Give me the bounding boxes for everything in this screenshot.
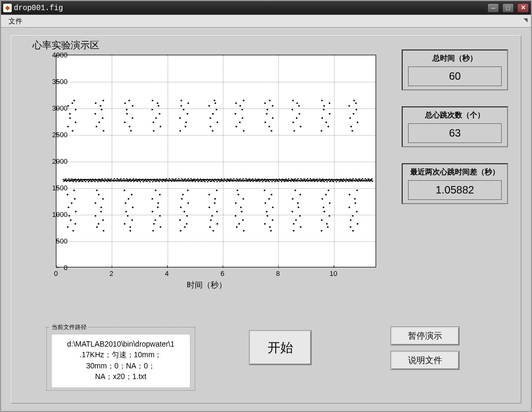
svg-point-282 [211, 180, 212, 182]
pause-button[interactable]: 暂停演示 [391, 327, 459, 345]
svg-point-640 [157, 202, 159, 204]
svg-point-549 [359, 179, 361, 180]
svg-point-702 [237, 194, 239, 195]
svg-point-671 [187, 102, 189, 104]
chart-ytick: 2500 [44, 131, 68, 139]
svg-point-792 [353, 99, 355, 101]
svg-point-554 [362, 178, 363, 180]
svg-point-736 [295, 219, 297, 221]
svg-point-473 [317, 181, 319, 182]
svg-point-787 [350, 117, 351, 119]
svg-point-706 [239, 121, 240, 123]
svg-point-674 [209, 226, 211, 228]
svg-point-171 [149, 181, 151, 182]
chart-title: 心率实验演示区 [30, 39, 102, 52]
svg-point-584 [72, 130, 73, 131]
svg-point-626 [124, 121, 126, 123]
svg-point-585 [67, 125, 69, 127]
svg-point-251 [194, 180, 195, 181]
svg-point-586 [74, 121, 76, 123]
svg-point-662 [182, 194, 184, 195]
svg-point-614 [129, 226, 131, 228]
svg-point-700 [235, 202, 237, 204]
minimize-button[interactable]: ─ [487, 3, 499, 13]
svg-point-472 [317, 179, 318, 180]
svg-point-644 [153, 130, 154, 131]
readout-total-time: 总时间（秒） 60 [402, 49, 508, 90]
svg-point-24 [68, 180, 69, 181]
svg-point-77 [97, 181, 98, 182]
svg-point-90 [104, 178, 106, 180]
help-button[interactable]: 说明文件 [391, 351, 459, 369]
svg-point-660 [187, 202, 189, 204]
svg-point-141 [132, 178, 134, 180]
svg-point-188 [159, 181, 160, 182]
svg-point-633 [152, 230, 154, 231]
maximize-button[interactable]: □ [502, 3, 514, 13]
svg-point-38 [76, 181, 77, 182]
app-window: ◆ drop001.fig ─ □ ✕ 文件 ◥ 心率实验演示区 时间（秒） 0… [0, 0, 532, 412]
svg-point-692 [214, 99, 215, 101]
svg-point-753 [321, 230, 322, 231]
svg-point-748 [298, 113, 300, 114]
chart-ytick: 3500 [44, 78, 68, 86]
svg-point-542 [355, 178, 357, 180]
readout-last-interval-label: 最近两次心跳时间差（秒） [408, 167, 502, 177]
svg-point-114 [118, 179, 119, 180]
svg-point-566 [369, 179, 370, 180]
svg-point-583 [73, 189, 75, 191]
svg-point-722 [271, 194, 272, 195]
svg-point-760 [329, 202, 330, 204]
close-button[interactable]: ✕ [517, 3, 529, 13]
svg-point-62 [89, 180, 90, 182]
svg-point-595 [98, 223, 99, 224]
chart-ytick: 3000 [44, 104, 68, 112]
chart-ytick: 1500 [44, 184, 68, 192]
svg-point-497 [330, 180, 332, 182]
chart-xtick: 6 [220, 270, 224, 278]
svg-point-642 [159, 194, 161, 195]
svg-point-532 [350, 179, 351, 180]
svg-point-344 [245, 178, 247, 180]
svg-point-785 [350, 125, 352, 127]
svg-point-628 [126, 113, 128, 114]
svg-point-747 [296, 117, 297, 119]
svg-point-60 [88, 181, 89, 182]
svg-point-727 [272, 117, 273, 119]
svg-point-183 [156, 180, 157, 182]
start-button[interactable]: 开始 [250, 331, 311, 365]
svg-point-710 [239, 105, 241, 106]
svg-point-713 [270, 230, 272, 231]
svg-point-398 [275, 180, 277, 182]
svg-point-754 [327, 226, 328, 228]
svg-point-421 [288, 178, 289, 180]
svg-point-94 [106, 181, 108, 182]
svg-point-213 [172, 179, 174, 180]
svg-point-605 [96, 125, 97, 127]
chart-ytick: 4000 [44, 51, 68, 59]
menu-file[interactable]: 文件 [4, 15, 27, 28]
svg-point-675 [217, 223, 218, 224]
svg-point-770 [323, 105, 325, 106]
svg-point-433 [295, 179, 296, 180]
svg-point-791 [355, 102, 356, 104]
svg-point-663 [187, 189, 188, 191]
svg-point-750 [298, 105, 300, 106]
readout-total-time-value: 60 [408, 66, 502, 86]
svg-point-369 [259, 181, 261, 182]
svg-point-83 [101, 179, 102, 181]
svg-point-607 [102, 117, 103, 119]
svg-point-334 [240, 178, 242, 180]
svg-point-781 [354, 198, 355, 199]
svg-point-703 [237, 189, 238, 191]
svg-point-655 [186, 223, 187, 224]
svg-point-638 [152, 211, 153, 212]
svg-point-691 [214, 102, 216, 104]
svg-point-518 [342, 179, 344, 181]
menubar-chevron-icon[interactable]: ◥ [523, 17, 528, 23]
svg-point-72 [94, 181, 96, 182]
svg-point-613 [129, 230, 131, 231]
svg-point-574 [67, 226, 69, 228]
svg-point-730 [272, 105, 273, 106]
svg-point-599 [101, 206, 102, 208]
